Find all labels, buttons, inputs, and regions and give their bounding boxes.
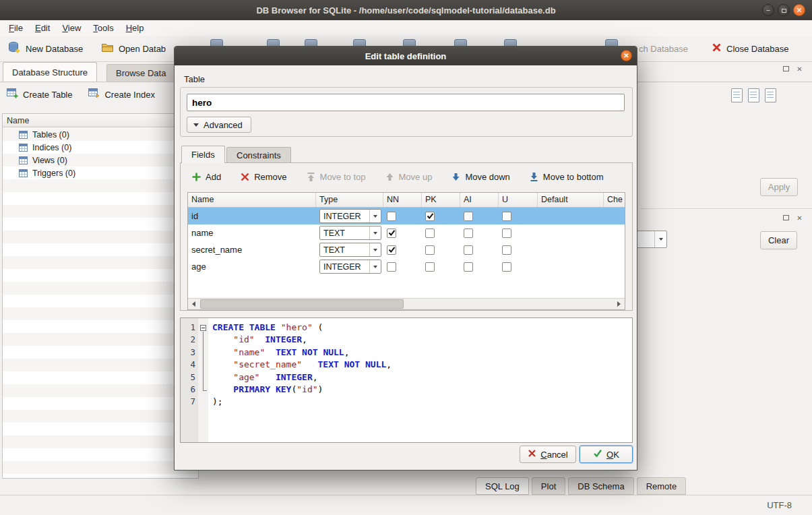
- sql-preview[interactable]: 1234567 CREATE TABLE "hero" ( "id" INTEG…: [180, 317, 633, 443]
- advanced-toggle-button[interactable]: Advanced: [187, 117, 251, 133]
- close-database-button[interactable]: Close Database: [712, 36, 789, 61]
- encoding-indicator[interactable]: UTF-8: [767, 500, 792, 510]
- add-button[interactable]: Add: [191, 172, 221, 182]
- menu-help[interactable]: Help: [120, 21, 150, 35]
- scroll-right-icon[interactable]: [613, 299, 625, 309]
- tab-fields[interactable]: Fields: [181, 146, 225, 163]
- close-button[interactable]: ✕: [793, 4, 805, 16]
- tab-browse-data[interactable]: Browse Data: [106, 64, 175, 82]
- open-database-button[interactable]: Open Datab: [101, 36, 166, 61]
- field-default-cell[interactable]: [538, 208, 604, 224]
- scrollbar-thumb[interactable]: [200, 299, 404, 309]
- ai-checkbox[interactable]: [464, 229, 473, 238]
- column-header-u[interactable]: U: [499, 193, 538, 207]
- pk-checkbox[interactable]: [425, 229, 435, 238]
- tree-item-tables[interactable]: Tables (0): [3, 128, 198, 141]
- dock-close-icon[interactable]: ✕: [795, 65, 804, 73]
- column-header-che[interactable]: Che: [604, 193, 625, 207]
- scroll-left-icon[interactable]: [188, 299, 199, 309]
- field-row[interactable]: nameTEXT: [188, 224, 625, 241]
- horizontal-scrollbar[interactable]: [188, 298, 625, 309]
- ai-checkbox[interactable]: [464, 262, 473, 272]
- tree-item-views[interactable]: Views (0): [3, 154, 198, 166]
- null-cell-icon[interactable]: [765, 88, 776, 102]
- attach-database-button[interactable]: ch Database: [639, 36, 688, 61]
- pk-checkbox[interactable]: [425, 262, 435, 272]
- field-default-cell[interactable]: [538, 224, 604, 241]
- tree-item-triggers[interactable]: Triggers (0): [3, 166, 198, 179]
- table-name-input[interactable]: [187, 94, 625, 111]
- bottom-tab-db-schema[interactable]: DB Schema: [568, 477, 633, 495]
- field-type-combobox[interactable]: TEXT: [319, 243, 381, 257]
- column-header-default[interactable]: Default: [538, 193, 604, 207]
- field-type-combobox[interactable]: INTEGER: [319, 260, 381, 274]
- dialog-close-button[interactable]: ✕: [621, 50, 632, 61]
- move-to-top-button[interactable]: Move to top: [306, 172, 366, 182]
- nn-checkbox[interactable]: [387, 262, 396, 272]
- move-to-bottom-button[interactable]: Move to bottom: [529, 172, 604, 182]
- field-type-combobox[interactable]: TEXT: [319, 226, 381, 240]
- create-index-button[interactable]: Create Index: [88, 88, 154, 100]
- menu-view[interactable]: View: [56, 21, 87, 35]
- u-checkbox[interactable]: [502, 229, 511, 238]
- move-down-button[interactable]: Move down: [451, 172, 509, 182]
- pk-checkbox[interactable]: [425, 212, 435, 221]
- column-header-nn[interactable]: NN: [383, 193, 422, 207]
- column-header-type[interactable]: Type: [316, 193, 383, 207]
- field-default-cell[interactable]: [538, 258, 604, 275]
- u-checkbox[interactable]: [502, 212, 511, 221]
- field-name-cell[interactable]: id: [188, 208, 316, 224]
- tab-constraints[interactable]: Constraints: [226, 147, 291, 163]
- dock-float-icon[interactable]: [782, 65, 790, 73]
- field-name-cell[interactable]: name: [188, 224, 316, 241]
- menu-tools[interactable]: Tools: [87, 21, 119, 35]
- tree-item-indices[interactable]: Indices (0): [3, 141, 198, 154]
- u-checkbox[interactable]: [502, 245, 511, 255]
- export-cell-icon[interactable]: [748, 88, 759, 102]
- window-titlebar[interactable]: DB Browser for SQLite - /home/user/code/…: [0, 0, 812, 20]
- cancel-button[interactable]: Cancel: [520, 446, 576, 463]
- tab-database-structure[interactable]: Database Structure: [3, 62, 97, 82]
- ai-checkbox[interactable]: [464, 212, 473, 221]
- nn-checkbox[interactable]: [387, 229, 396, 238]
- column-header-pk[interactable]: PK: [422, 193, 460, 207]
- bottom-tab-plot[interactable]: Plot: [532, 477, 565, 495]
- import-cell-icon[interactable]: [731, 88, 743, 102]
- tree-column-header[interactable]: Name: [3, 114, 198, 127]
- nn-checkbox[interactable]: [387, 245, 396, 255]
- field-check-cell[interactable]: [604, 224, 625, 241]
- field-name-cell[interactable]: secret_name: [188, 241, 316, 258]
- move-up-button[interactable]: Move up: [385, 172, 433, 182]
- u-checkbox[interactable]: [502, 262, 511, 272]
- apply-button[interactable]: Apply: [760, 178, 798, 196]
- remove-button[interactable]: Remove: [240, 172, 286, 182]
- nn-checkbox[interactable]: [387, 212, 396, 221]
- create-table-button[interactable]: Create Table: [7, 88, 72, 100]
- dialog-titlebar[interactable]: Edit table definition ✕: [175, 47, 637, 65]
- menu-edit[interactable]: Edit: [29, 21, 56, 35]
- field-row[interactable]: ageINTEGER: [188, 258, 625, 275]
- dock-float-icon[interactable]: [782, 214, 790, 222]
- field-type-combobox[interactable]: INTEGER: [319, 209, 381, 223]
- field-row[interactable]: secret_nameTEXT: [188, 241, 625, 258]
- ok-button[interactable]: OK: [580, 446, 633, 463]
- field-name-cell[interactable]: age: [188, 258, 316, 275]
- ai-checkbox[interactable]: [464, 245, 473, 255]
- maximize-button[interactable]: [778, 4, 790, 16]
- field-default-cell[interactable]: [538, 241, 604, 258]
- pk-checkbox[interactable]: [425, 245, 435, 255]
- menu-file[interactable]: File: [3, 21, 29, 35]
- bottom-tab-sql-log[interactable]: SQL Log: [476, 477, 529, 495]
- dock-close-icon[interactable]: ✕: [795, 214, 804, 222]
- field-check-cell[interactable]: [604, 241, 625, 258]
- minimize-button[interactable]: −: [762, 4, 774, 16]
- field-check-cell[interactable]: [604, 208, 625, 224]
- new-database-button[interactable]: New Database: [8, 36, 83, 61]
- bottom-tab-remote[interactable]: Remote: [637, 477, 687, 495]
- column-header-ai[interactable]: AI: [460, 193, 499, 207]
- clear-button[interactable]: Clear: [760, 231, 797, 249]
- fold-collapse-icon[interactable]: [200, 325, 206, 331]
- field-check-cell[interactable]: [604, 258, 625, 275]
- field-row[interactable]: idINTEGER: [188, 208, 625, 224]
- column-header-name[interactable]: Name: [188, 193, 316, 207]
